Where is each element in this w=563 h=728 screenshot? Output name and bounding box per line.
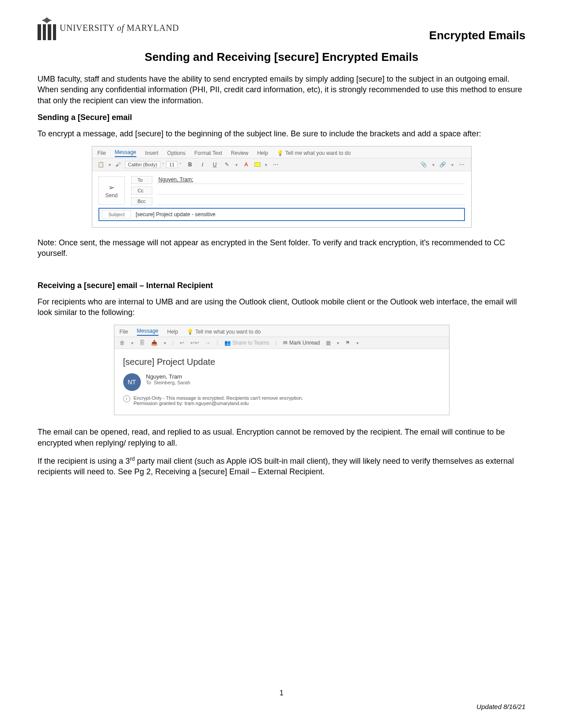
note-after-compose: Note: Once sent, the message will not ap…: [38, 237, 525, 259]
umd-logo-icon: [38, 15, 56, 40]
chevron-down-icon[interactable]: ˅: [179, 162, 181, 167]
categorize-icon[interactable]: ▦: [326, 340, 331, 346]
send-button[interactable]: ➢ Send: [98, 176, 125, 205]
sending-heading: Sending a [Secure] email: [38, 113, 525, 122]
page-title: Sending and Receiving [secure] Encrypted…: [38, 50, 525, 64]
tab-message[interactable]: Message: [137, 328, 159, 336]
flag-icon[interactable]: ⚑: [345, 340, 350, 346]
org-logo-block: UNIVERSITY of MARYLAND: [38, 15, 179, 40]
tab-options[interactable]: Options: [167, 150, 185, 156]
encrypt-notice-line1: Encrypt-Only - This message is encrypted…: [134, 395, 303, 401]
tell-me-search[interactable]: 💡Tell me what you want to do: [187, 329, 443, 335]
forward-icon[interactable]: →: [205, 340, 211, 346]
clipboard-icon[interactable]: 📋: [98, 161, 104, 168]
receiving-heading: Receiving a [secure] email – Internal Re…: [38, 281, 525, 290]
recipient-line: To Steinberg, Sarah: [146, 380, 190, 385]
font-size-select[interactable]: 11: [166, 161, 178, 168]
bcc-field[interactable]: [157, 197, 465, 205]
tab-review[interactable]: Review: [231, 150, 248, 156]
archive-icon[interactable]: 🗄: [140, 340, 145, 346]
document-category: Encrypted Emails: [429, 29, 525, 42]
lightbulb-icon: 💡: [187, 329, 193, 335]
cc-field[interactable]: [157, 187, 465, 195]
tab-help[interactable]: Help: [167, 329, 178, 335]
send-arrow-icon: ➢: [108, 183, 115, 192]
italic-button[interactable]: I: [198, 161, 206, 168]
format-painter-icon[interactable]: 🖌: [115, 161, 121, 168]
lock-icon: i: [123, 395, 130, 402]
highlight-color-swatch[interactable]: [254, 162, 261, 167]
compose-ribbon-toolbar: 📋 ▾ 🖌 Calibri (Body) ˅ 11 ˅ B I U ✎ ▾ A …: [92, 158, 471, 171]
font-name-select[interactable]: Calibri (Body): [125, 161, 161, 168]
subject-label: Subject: [102, 210, 132, 218]
bcc-button[interactable]: Bcc: [131, 197, 152, 205]
page-header: UNIVERSITY of MARYLAND Encrypted Emails: [38, 15, 525, 42]
compose-ribbon-tabs: File Message Insert Options Format Text …: [92, 146, 471, 158]
tab-file[interactable]: File: [120, 329, 128, 335]
outlook-read-screenshot: File Message Help 💡Tell me what you want…: [114, 325, 450, 415]
sending-instructions: To encrypt a message, add [secure] to th…: [38, 128, 525, 139]
more-icon[interactable]: ⋯: [458, 161, 466, 168]
sender-name: Nguyen, Tram: [146, 373, 190, 380]
tab-format-text[interactable]: Format Text: [194, 150, 222, 156]
email-subject: [secure] Project Update: [123, 357, 440, 367]
mark-unread-button[interactable]: ✉Mark Unread: [283, 340, 320, 346]
org-name: UNIVERSITY of MARYLAND: [60, 23, 179, 33]
encrypt-notice-line2: Permission granted by: tram.nguyen@umary…: [134, 401, 303, 406]
subject-field[interactable]: [secure] Project update - sensitive: [136, 211, 215, 218]
reply-icon[interactable]: ↩: [180, 340, 184, 346]
to-field[interactable]: Nguyen, Tram;: [157, 176, 465, 184]
read-toolbar: 🗑 ▾ 🗄 📥▾ | ↩ ↩↩ → | 👥 Share to Teams | ✉…: [114, 337, 449, 349]
attach-icon[interactable]: 📎: [420, 161, 428, 168]
recipient-chip[interactable]: Nguyen, Tram;: [159, 176, 193, 183]
after-read-p1: The email can be opened, read, and repli…: [38, 427, 525, 448]
chevron-down-icon[interactable]: ˅: [162, 162, 164, 167]
underline-button[interactable]: U: [211, 161, 219, 168]
after-read-p2: If the recipient is using a 3rd party ma…: [38, 455, 525, 477]
share-teams-button[interactable]: 👥 Share to Teams: [224, 340, 269, 346]
tab-file[interactable]: File: [98, 150, 106, 156]
send-label: Send: [105, 192, 117, 199]
subject-row-highlighted: Subject [secure] Project update - sensit…: [98, 208, 465, 221]
chevron-down-icon[interactable]: ▾: [109, 162, 111, 167]
intro-paragraph: UMB faculty, staff and students have the…: [38, 74, 525, 106]
font-color-icon[interactable]: A: [242, 161, 250, 168]
outlook-compose-screenshot: File Message Insert Options Format Text …: [92, 146, 472, 228]
link-icon[interactable]: 🔗: [439, 161, 447, 168]
read-ribbon-tabs: File Message Help 💡Tell me what you want…: [114, 325, 449, 337]
encryption-notice: i Encrypt-Only - This message is encrypt…: [123, 395, 440, 406]
to-button[interactable]: To: [131, 176, 152, 184]
tab-help[interactable]: Help: [257, 150, 268, 156]
delete-icon[interactable]: 🗑: [120, 340, 125, 346]
updated-date: Updated 8/16/21: [476, 703, 525, 710]
receiving-intro: For recipients who are internal to UMB a…: [38, 296, 525, 318]
highlight-icon[interactable]: ✎: [223, 161, 231, 168]
page-number: 1: [0, 689, 563, 697]
lightbulb-icon: 💡: [277, 150, 283, 156]
tell-me-search[interactable]: 💡Tell me what you want to do: [277, 150, 465, 156]
cc-button[interactable]: Cc: [131, 187, 152, 195]
sender-avatar: NT: [123, 373, 141, 391]
move-icon[interactable]: 📥: [151, 340, 158, 346]
bold-button[interactable]: B: [186, 161, 194, 168]
tab-message[interactable]: Message: [115, 149, 136, 157]
tab-insert[interactable]: Insert: [145, 150, 159, 156]
reply-all-icon[interactable]: ↩↩: [190, 340, 199, 346]
envelope-icon: ✉: [283, 340, 287, 346]
more-icon[interactable]: ⋯: [272, 161, 280, 168]
